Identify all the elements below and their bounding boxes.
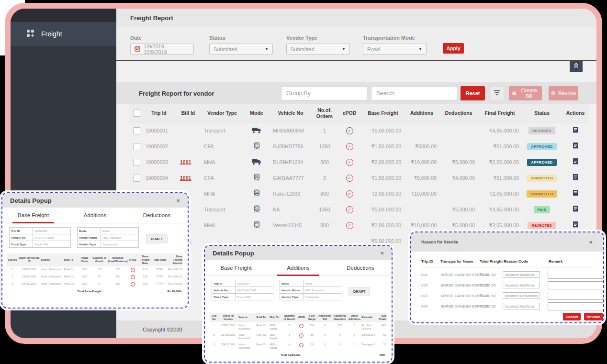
status-cell: REVOKED (522, 127, 562, 134)
bill-action-button[interactable] (572, 174, 579, 183)
vendor-type-cell: CFA (200, 175, 244, 181)
tab-base-freight[interactable]: Base Freight (205, 260, 267, 276)
field-value: KA 03 AH 3846 (33, 234, 71, 241)
bill-action-button[interactable] (572, 189, 579, 199)
bill-action-button[interactable] (572, 205, 579, 214)
transport-mode-label: Transportation Mode (363, 35, 427, 41)
additions-cell: ₹5,000.00 (404, 175, 439, 181)
col-header: Vehicle No (269, 110, 312, 116)
sidebar-top-strip (11, 9, 116, 22)
tab-base-freight[interactable]: Base Freight (2, 208, 64, 223)
status-select[interactable]: Submitted ▼ (209, 44, 273, 55)
vendor-type-cell: Transport (200, 128, 244, 133)
close-icon[interactable]: × (589, 239, 593, 246)
field-row: Vehicle NoKA 03 AH 3846 (9, 234, 71, 241)
group-by-input[interactable] (281, 86, 367, 100)
grid-col-header: Additional Detention (332, 313, 348, 322)
date-range-input[interactable]: 1/9/2019 - 10/9/2019 (130, 44, 194, 55)
field-value: Road (101, 227, 139, 234)
reason-code-select[interactable]: Incorrect Additions (503, 271, 540, 278)
filter-funnel-button[interactable] (489, 86, 504, 100)
tab-deductions[interactable]: Deductions (329, 260, 392, 276)
bill-id-link[interactable]: 1001 (180, 159, 191, 165)
remark-input[interactable] (548, 271, 604, 279)
row-checkbox[interactable] (133, 143, 140, 150)
chevron-down-icon: ▼ (265, 47, 269, 51)
sidebar-item-freight[interactable]: Freight (11, 22, 116, 46)
grid-col-header: Quantity of Goods (91, 255, 107, 265)
epod-status-icon: ✓ (346, 159, 353, 166)
double-chevron-up-icon (573, 62, 579, 71)
table-row: 10000001TransportMH06AB08561✓₹5,00,000.0… (129, 123, 589, 138)
grid-col-header: Distance (Lead/Distance) (107, 255, 128, 265)
field-value: ABC Transport (101, 234, 139, 241)
grid-cell: Damaged 6 (361, 342, 377, 348)
grid-cell: 2342110001 (219, 322, 238, 329)
reason-code-select[interactable]: Incorrect Additions (503, 303, 540, 309)
reason-for-revoke-popup: Reason for Revoke × Trip ID Transporter … (410, 232, 604, 323)
select-all-cell (129, 110, 142, 117)
reason-code-select[interactable]: Incorrect Additions (503, 282, 540, 288)
close-icon[interactable]: × (176, 197, 180, 204)
revoke-button[interactable]: ⊗ Revoke (549, 86, 578, 100)
close-icon[interactable]: × (380, 250, 384, 257)
row-checkbox[interactable] (133, 159, 140, 166)
final-freight-cell: ₹4,95,000.00 (478, 128, 522, 133)
grid-header-row: Leg NoOrder Id/ InvoiceSourceSold ToShip… (210, 313, 387, 322)
tab-additions[interactable]: Additions (64, 208, 126, 223)
popup-title: Details Popup (10, 197, 52, 204)
tab-deductions[interactable]: Deductions (126, 208, 188, 223)
epod-status-icon: ✓ (131, 275, 135, 279)
status-cell: PAID (522, 206, 562, 213)
base-freight-cell: ₹5,00,000.00 (362, 128, 404, 133)
grid-cell: Vicat - Kalamboli (238, 322, 256, 332)
reset-button[interactable]: Reset (461, 86, 485, 100)
bill-action-button[interactable] (572, 221, 579, 230)
reason-code-select[interactable]: Incorrect Deductions (503, 292, 540, 299)
row-checkbox[interactable] (133, 127, 140, 134)
tab-additions[interactable]: Additions (267, 260, 329, 276)
grid-col-header: Rate UOM (153, 257, 167, 263)
remark-input[interactable] (548, 281, 604, 289)
remark-input[interactable] (548, 302, 604, 310)
grid-col-header: Order Id/ Invoice ID (18, 255, 41, 265)
search-input[interactable] (371, 86, 457, 100)
total-freight-value: ₹1150.50 (480, 273, 495, 277)
col-header-trip-id: Trip ID (421, 259, 433, 264)
status-cell: REJECTED (522, 222, 562, 229)
epod-cell: ✓ (337, 222, 362, 229)
bill-document-icon (572, 189, 579, 199)
mode-cell (244, 221, 269, 230)
bill-action-button[interactable] (572, 126, 579, 135)
field-label: Trip ID (9, 227, 33, 234)
bill-action-button[interactable] (572, 158, 579, 167)
vendor-type-cell: MHA (200, 222, 244, 228)
grid-cell: Vicat - Kalamboli (41, 274, 64, 280)
transport-mode-select[interactable]: Road ▼ (363, 44, 427, 55)
transport-mode-filter: Transportation Mode Road ▼ (363, 35, 427, 55)
select-all-checkbox[interactable] (133, 110, 140, 117)
revoke-confirm-button[interactable]: Revoke (584, 313, 603, 320)
apply-button[interactable]: Apply (443, 43, 464, 54)
grid-cell: Patel Co. (63, 281, 77, 287)
final-freight-cell: ₹2,05,000.00 (478, 159, 522, 165)
grid-col-header: Leg No (7, 257, 18, 263)
grid-col-header: ePOD (296, 314, 306, 320)
row-checkbox[interactable] (133, 175, 140, 182)
vendor-type-select[interactable]: Submitted ▼ (286, 44, 350, 55)
additions-grid: Leg NoOrder Id/ InvoiceSourceSold ToShip… (210, 313, 387, 361)
cancel-button[interactable]: Cancel (563, 313, 581, 320)
create-bill-button[interactable]: ⊕ Create Bill (509, 86, 542, 100)
grid-cell: 2.50 (137, 281, 153, 287)
remark-input[interactable] (548, 292, 604, 300)
grid-cell: 0 (332, 332, 348, 338)
bill-id-link[interactable]: 1001 (180, 175, 191, 181)
revoke-row: 002SHREE GANESH SERVICE₹1150.50Incorrect… (411, 281, 603, 291)
grid-cell: 12T (91, 266, 107, 273)
actions-cell (562, 205, 589, 214)
bill-action-button[interactable] (572, 142, 579, 151)
collapse-panel-button[interactable] (570, 61, 583, 72)
mode-rail-icon (253, 145, 260, 151)
field-label: Vendor Name (77, 234, 101, 241)
date-filter: Date 1/9/2019 - 10/9/2019 (130, 35, 194, 55)
